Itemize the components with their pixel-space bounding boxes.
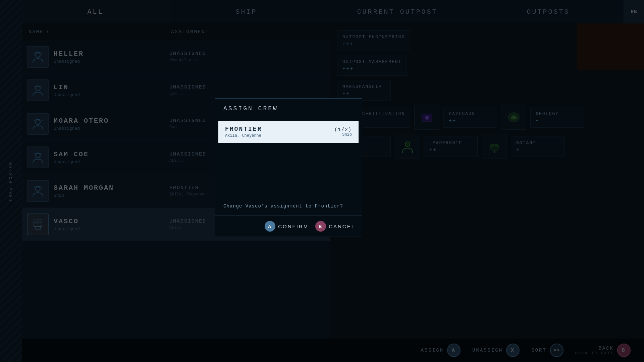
modal-ship-location: Akila, Cheyenne	[225, 133, 262, 138]
cancel-b-icon: B	[315, 221, 326, 232]
modal-confirm-text: Change Vasco's assignment to Frontier?	[215, 193, 362, 216]
confirm-button[interactable]: A CONFIRM	[265, 221, 309, 232]
modal-ship-name: FRONTIER	[225, 126, 262, 132]
modal-ship-right: (1/2) Ship	[334, 127, 352, 137]
modal-empty-area	[215, 146, 362, 193]
cancel-label: CANCEL	[329, 224, 355, 229]
confirm-label: CONFIRM	[278, 224, 309, 229]
modal-overlay: ASSIGN CREW FRONTIER Akila, Cheyenne (1/…	[0, 0, 644, 362]
modal-buttons: A CONFIRM B CANCEL	[215, 216, 362, 237]
cancel-button[interactable]: B CANCEL	[315, 221, 355, 232]
modal-ship-type: Ship	[334, 132, 352, 137]
modal-ship-item-frontier[interactable]: FRONTIER Akila, Cheyenne (1/2) Ship	[218, 121, 359, 143]
modal-ship-info: FRONTIER Akila, Cheyenne	[225, 126, 262, 138]
confirm-a-icon: A	[265, 221, 275, 232]
modal-ship-count: (1/2)	[334, 127, 352, 132]
assign-crew-modal: ASSIGN CREW FRONTIER Akila, Cheyenne (1/…	[215, 98, 362, 237]
modal-title: ASSIGN CREW	[215, 99, 362, 117]
